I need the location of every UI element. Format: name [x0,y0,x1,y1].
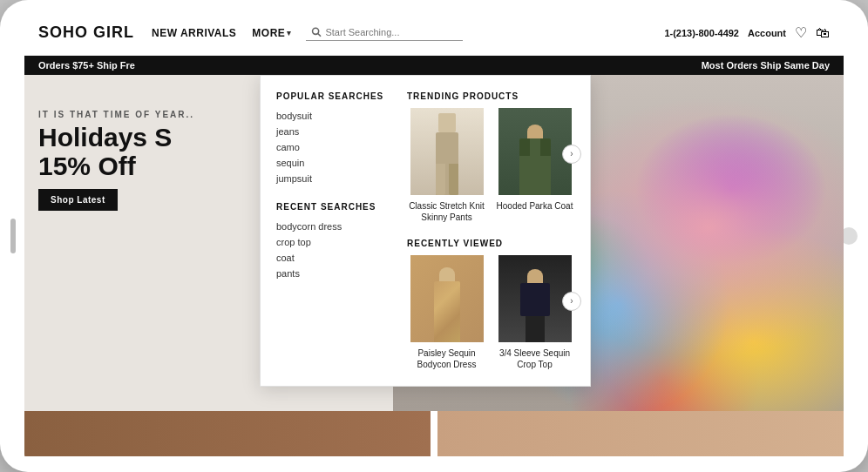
recently-product-1-image [410,255,484,342]
nav-new-arrivals[interactable]: NEW ARRIVALS [152,27,236,39]
recently-product-1-label: Paisley Sequin Bodycon Dress [407,347,486,370]
recently-product-2-image [498,255,572,342]
trending-product-2-image [498,108,572,195]
hero-line1: Holidays S [38,123,194,152]
header: SOHO GIRL NEW ARRIVALS MORE ▾ 1-(213)-80… [24,10,844,56]
trending-products-grid: Classic Stretch Knit Skinny Pants [407,108,574,223]
main-content: IT IS THAT TIME OF YEAR.. Holidays S 15%… [24,75,844,456]
account-link[interactable]: Account [748,28,786,38]
recent-link-coat[interactable]: coat [276,250,390,266]
popular-link-camo[interactable]: camo [276,139,390,155]
dropdown-columns: POPULAR SEARCHES bodysuit jeans camo seq… [276,91,574,370]
promo-text-right: Most Orders Ship Same Day [702,60,830,71]
search-input[interactable] [325,27,457,37]
popular-link-jeans[interactable]: jeans [276,124,390,139]
svg-line-1 [318,34,321,37]
recently-product-2-label: 3/4 Sleeve Sequin Crop Top [495,347,574,370]
popular-link-bodysuit[interactable]: bodysuit [276,108,390,124]
screen: SOHO GIRL NEW ARRIVALS MORE ▾ 1-(213)-80… [24,10,844,462]
strip-right [437,411,844,456]
trending-product-1-image [410,108,484,195]
logo: SOHO GIRL [38,24,134,42]
nav-items: NEW ARRIVALS MORE ▾ [152,27,292,39]
recently-viewed-heading: RECENTLY VIEWED [407,239,574,248]
wishlist-icon[interactable]: ♡ [795,24,807,41]
trending-product-2-label: Hooded Parka Coat [495,200,574,212]
header-right: 1-(213)-800-4492 Account ♡ 🛍 [664,24,830,41]
popular-link-sequin[interactable]: sequin [276,155,390,171]
shop-cta-button[interactable]: Shop Latest [38,189,118,211]
dropdown-right-col: TRENDING PRODUCTS [407,91,574,370]
device-frame: SOHO GIRL NEW ARRIVALS MORE ▾ 1-(213)-80… [0,0,868,472]
trending-heading: TRENDING PRODUCTS [407,91,574,101]
search-dropdown: POPULAR SEARCHES bodysuit jeans camo seq… [260,75,591,387]
nav-more-label: MORE [252,27,285,39]
popular-searches-heading: POPULAR SEARCHES [276,91,390,101]
hero-text-block: IT IS THAT TIME OF YEAR.. Holidays S 15%… [38,110,194,211]
bottom-strip [24,411,844,456]
popular-link-jumpsuit[interactable]: jumpsuit [276,171,390,186]
recently-product-2[interactable]: 3/4 Sleeve Sequin Crop Top [495,255,574,370]
phone-number: 1-(213)-800-4492 [664,28,739,38]
search-bar [306,24,463,41]
strip-gap [431,411,437,456]
trending-product-1-label: Classic Stretch Knit Skinny Pants [407,200,486,223]
svg-point-0 [312,28,318,34]
recent-link-croptop[interactable]: crop top [276,234,390,250]
cart-icon[interactable]: 🛍 [816,25,830,41]
side-button [10,219,16,253]
hero-small-text: IT IS THAT TIME OF YEAR.. [38,110,194,119]
recent-searches-section: RECENT SEARCHES bodycorn dress crop top … [276,202,390,281]
recent-link-bodycorn[interactable]: bodycorn dress [276,219,390,234]
recently-next-arrow[interactable]: › [562,292,581,311]
trending-next-arrow[interactable]: › [562,145,581,164]
recent-link-pants[interactable]: pants [276,266,390,281]
recently-viewed-section: RECENTLY VIEWED [407,239,574,370]
trending-product-1[interactable]: Classic Stretch Knit Skinny Pants [407,108,486,223]
dropdown-left-col: POPULAR SEARCHES bodysuit jeans camo seq… [276,91,390,370]
promo-text-left: Orders $75+ Ship Fre [38,60,135,71]
nav-more[interactable]: MORE ▾ [252,27,292,39]
hero-line2: 15% Off [38,152,194,180]
chevron-down-icon: ▾ [287,29,292,37]
promo-banner: Orders $75+ Ship Fre Most Orders Ship Sa… [24,56,844,75]
strip-left [24,411,431,456]
trending-product-2[interactable]: Hooded Parka Coat [495,108,574,223]
recently-product-1[interactable]: Paisley Sequin Bodycon Dress [407,255,486,370]
hero-big-text: Holidays S 15% Off [38,123,194,180]
recent-searches-heading: RECENT SEARCHES [276,202,390,212]
search-icon [311,26,322,38]
recently-viewed-grid: Paisley Sequin Bodycon Dress [407,255,574,370]
